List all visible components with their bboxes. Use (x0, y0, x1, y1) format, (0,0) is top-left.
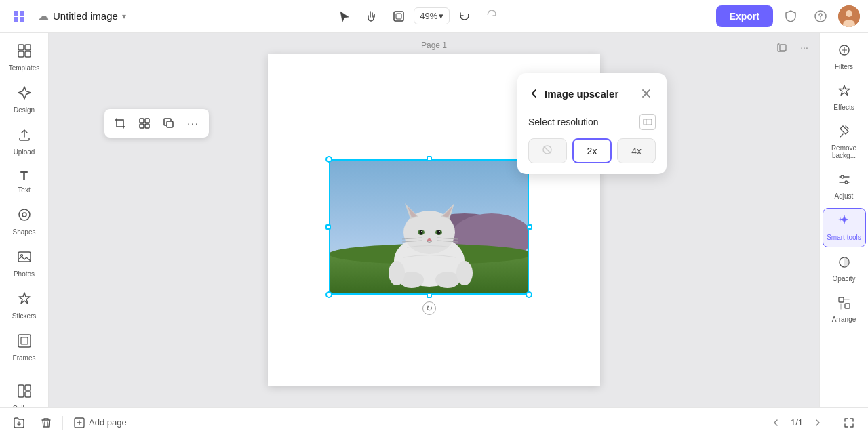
svg-rect-60 (845, 304, 850, 308)
svg-rect-48 (140, 119, 144, 123)
sidebar-item-stickers[interactable]: Stickers (3, 286, 46, 325)
add-page-button[interactable]: Add page (68, 415, 132, 431)
shapes-icon (17, 207, 32, 226)
cloud-icon: ☁ (38, 9, 49, 22)
resize-handle-tc[interactable] (427, 156, 432, 161)
svg-rect-19 (25, 385, 31, 390)
upscaler-panel: Image upscaler Select resolution (517, 73, 667, 174)
page-actions: ··· (773, 38, 814, 57)
svg-point-46 (389, 261, 405, 285)
delete-button[interactable] (35, 412, 57, 434)
redo-button[interactable] (479, 4, 504, 28)
sidebar-item-templates[interactable]: Templates (3, 38, 46, 77)
opacity-icon (837, 255, 851, 272)
svg-rect-17 (21, 337, 28, 344)
resolution-2x-button[interactable]: 2x (572, 138, 612, 163)
title-chevron-icon[interactable]: ▾ (122, 12, 126, 21)
page-label: Page 1 (421, 41, 447, 50)
svg-rect-14 (18, 252, 31, 262)
user-avatar[interactable] (838, 5, 860, 27)
prev-page-button[interactable] (766, 413, 785, 432)
page-more-button[interactable]: ··· (795, 38, 814, 57)
resize-handle-bc[interactable] (427, 293, 432, 298)
tool-item-arrange[interactable]: Arrange (823, 291, 866, 329)
resize-handle-mr[interactable] (527, 224, 532, 230)
tool-item-filters[interactable]: Filters (823, 38, 866, 76)
stickers-label: Stickers (12, 312, 37, 320)
bottom-divider (62, 416, 63, 430)
photos-icon (17, 249, 32, 268)
upscaler-back-button[interactable]: Image upscaler (528, 87, 618, 100)
frame-tool-button[interactable] (387, 4, 411, 28)
selected-image[interactable]: ↻ (329, 159, 529, 295)
filters-icon (837, 43, 851, 60)
fullscreen-button[interactable] (838, 412, 860, 434)
sidebar-item-upload[interactable]: Upload (3, 122, 46, 161)
resize-handle-ml[interactable] (326, 224, 331, 230)
tool-item-remove-bg[interactable]: Remove backg... (823, 119, 866, 165)
sidebar-item-shapes[interactable]: Shapes (3, 202, 46, 241)
text-icon: T (20, 169, 28, 184)
crop-button[interactable] (108, 112, 132, 135)
canvas-area: Page 1 ··· (49, 33, 819, 407)
right-tools-sidebar: Filters Effects Remove backg... (819, 33, 868, 407)
undo-button[interactable] (452, 4, 477, 28)
svg-rect-11 (25, 51, 31, 57)
upscaler-title: Image upscaler (545, 88, 618, 100)
page-duplicate-button[interactable] (773, 38, 792, 57)
resize-handle-tl[interactable] (326, 156, 332, 163)
adjust-label: Adjust (835, 192, 854, 200)
app-logo[interactable] (8, 5, 30, 27)
rotate-handle[interactable]: ↻ (422, 301, 436, 315)
sidebar-item-design[interactable]: Design (3, 80, 46, 119)
shield-icon-button[interactable] (778, 4, 803, 28)
svg-rect-59 (839, 297, 844, 302)
floating-toolbar: ··· (104, 109, 209, 138)
upscaler-close-button[interactable] (637, 84, 656, 103)
opacity-label: Opacity (833, 275, 856, 283)
tool-item-opacity[interactable]: Opacity (823, 250, 866, 288)
more-options-button[interactable]: ··· (182, 112, 205, 135)
svg-point-12 (19, 209, 30, 220)
arrange-label: Arrange (832, 316, 856, 323)
resolution-4x-label: 4x (631, 146, 642, 157)
svg-rect-50 (140, 124, 144, 128)
help-icon-button[interactable] (808, 4, 833, 28)
tool-item-smart-tools[interactable]: Smart tools (823, 208, 866, 247)
zoom-control[interactable]: 49% ▾ (414, 7, 450, 24)
tool-item-effects[interactable]: Effects (823, 79, 866, 117)
svg-point-4 (820, 18, 821, 20)
topbar-right-controls: Export (716, 4, 860, 28)
document-title[interactable]: Untitled image (53, 10, 118, 22)
adjust-icon (837, 173, 851, 190)
sidebar-item-text[interactable]: T Text (3, 164, 46, 199)
tool-item-adjust[interactable]: Adjust (823, 167, 866, 205)
resolution-default-button[interactable] (528, 138, 567, 163)
resize-handle-bl[interactable] (326, 291, 332, 298)
sidebar-item-photos[interactable]: Photos (3, 244, 46, 283)
next-page-button[interactable] (808, 413, 827, 432)
resize-handle-br[interactable] (526, 291, 532, 298)
layout-button[interactable] (133, 112, 156, 135)
select-tool-button[interactable] (332, 4, 357, 28)
copy-button[interactable] (157, 112, 180, 135)
design-label: Design (14, 106, 35, 114)
svg-rect-20 (25, 392, 31, 397)
resolution-4x-button[interactable]: 4x (617, 138, 656, 163)
sidebar-item-collage[interactable]: Collage (3, 378, 46, 407)
sidebar-item-frames[interactable]: Frames (3, 328, 46, 367)
svg-rect-10 (18, 51, 24, 57)
hand-tool-button[interactable] (359, 4, 384, 28)
templates-label: Templates (9, 64, 40, 72)
select-resolution-label: Select resolution (528, 114, 656, 130)
export-button[interactable]: Export (716, 5, 773, 27)
templates-icon (17, 43, 32, 62)
save-to-folder-button[interactable] (8, 412, 30, 434)
frames-icon (17, 333, 32, 352)
stickers-icon (17, 291, 32, 310)
smart-tools-label: Smart tools (827, 234, 861, 241)
main-content: Templates Design Upload T Text (0, 33, 868, 407)
resolution-2x-label: 2x (587, 146, 597, 157)
arrange-icon (837, 296, 851, 313)
svg-point-45 (435, 272, 460, 288)
